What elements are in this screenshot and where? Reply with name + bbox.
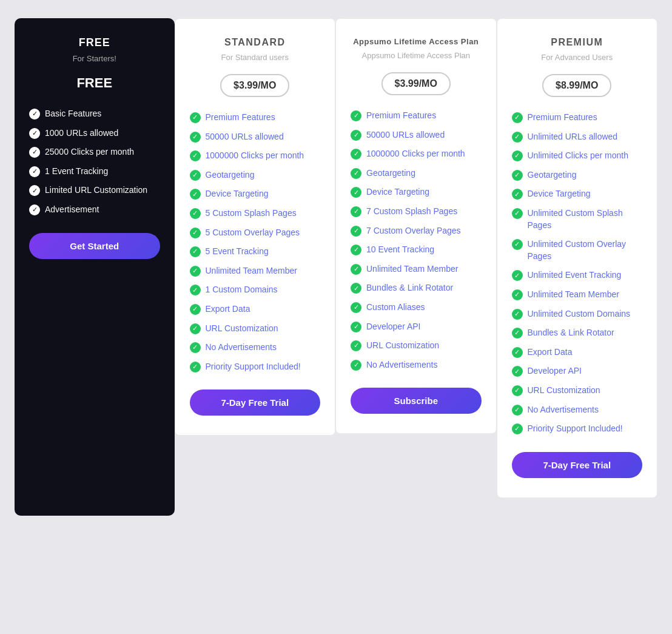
appsumo-price-badge: $3.99/MO — [381, 72, 451, 95]
feature-text: Geotargeting — [528, 169, 577, 181]
free-get-started-button[interactable]: Get Started — [29, 233, 160, 259]
premium-trial-button[interactable]: 7-Day Free Trial — [512, 452, 643, 478]
free-header: FREE For Starters! — [29, 36, 160, 63]
list-item: ✓ Advertisement — [29, 204, 160, 216]
check-icon: ✓ — [190, 228, 201, 238]
appsumo-plan-name: Appsumo Lifetime Access Plan — [351, 37, 482, 46]
list-item: ✓No Advertisements — [351, 359, 482, 371]
feature-text: Unlimited Team Member — [206, 265, 297, 277]
feature-text: Unlimited URLs allowed — [528, 131, 618, 143]
check-icon: ✓ — [29, 128, 40, 139]
list-item: ✓1000000 Clicks per month — [351, 148, 482, 160]
list-item: ✓Unlimited Custom Splash Pages — [512, 207, 643, 231]
list-item: ✓Bundles & Link Rotator — [351, 282, 482, 294]
feature-text: Premium Features — [206, 112, 275, 124]
list-item: ✓URL Customization — [190, 323, 321, 335]
list-item: ✓Unlimited Custom Overlay Pages — [512, 238, 643, 262]
feature-text: Premium Features — [528, 112, 597, 124]
premium-plan-name: PREMIUM — [512, 37, 643, 48]
feature-text: 7 Custom Splash Pages — [366, 206, 457, 218]
feature-text: 1 Custom Domains — [206, 284, 278, 296]
feature-text: 1000000 Clicks per month — [366, 148, 465, 160]
check-icon: ✓ — [512, 347, 523, 358]
feature-text: Device Targeting — [366, 186, 429, 198]
check-icon: ✓ — [190, 342, 201, 353]
check-icon: ✓ — [351, 149, 361, 160]
check-icon: ✓ — [512, 189, 523, 200]
feature-text: Developer API — [528, 365, 582, 377]
feature-text: URL Customization — [366, 340, 439, 352]
list-item: ✓5 Custom Splash Pages — [190, 207, 321, 220]
feature-text: Unlimited Team Member — [528, 289, 619, 301]
list-item: ✓Developer API — [512, 365, 643, 377]
check-icon: ✓ — [351, 226, 361, 237]
check-icon: ✓ — [351, 340, 361, 351]
free-plan-name: FREE — [29, 36, 160, 49]
feature-text: 1 Event Tracking — [45, 166, 108, 178]
feature-text: No Advertisements — [206, 342, 277, 354]
plan-card-free: FREE For Starters! FREE ✓ Basic Features… — [15, 18, 175, 516]
list-item: ✓ 25000 Clicks per month — [29, 146, 160, 158]
list-item: ✓Device Targeting — [512, 188, 643, 200]
check-icon: ✓ — [190, 112, 201, 123]
check-icon: ✓ — [512, 385, 523, 396]
check-icon: ✓ — [351, 302, 361, 313]
list-item: ✓No Advertisements — [512, 404, 643, 416]
check-icon: ✓ — [29, 166, 40, 177]
list-item: ✓7 Custom Overlay Pages — [351, 225, 482, 237]
check-icon: ✓ — [512, 270, 523, 281]
check-icon: ✓ — [351, 206, 361, 217]
list-item: ✓Unlimited Custom Domains — [512, 308, 643, 320]
feature-text: Advertisement — [45, 204, 99, 216]
feature-text: Unlimited Clicks per month — [528, 150, 629, 162]
appsumo-features-list: ✓Premium Features ✓50000 URLs allowed ✓1… — [351, 110, 482, 371]
list-item: ✓50000 URLs allowed — [351, 129, 482, 141]
check-icon: ✓ — [512, 112, 523, 123]
check-icon: ✓ — [351, 244, 361, 255]
list-item: ✓10 Event Tracking — [351, 244, 482, 256]
check-icon: ✓ — [190, 304, 201, 315]
premium-features-list: ✓Premium Features ✓Unlimited URLs allowe… — [512, 112, 643, 435]
appsumo-plan-subtitle: Appsumo Lifetime Access Plan — [351, 51, 482, 60]
check-icon: ✓ — [190, 132, 201, 143]
list-item: ✓ Basic Features — [29, 108, 160, 120]
feature-text: 5 Custom Splash Pages — [206, 207, 297, 220]
check-icon: ✓ — [190, 362, 201, 373]
appsumo-price: $3.99/MO — [395, 78, 437, 89]
feature-text: Geotargeting — [206, 169, 255, 181]
list-item: ✓Bundles & Link Rotator — [512, 327, 643, 339]
list-item: ✓Export Data — [190, 303, 321, 315]
standard-plan-name: STANDARD — [190, 37, 321, 48]
check-icon: ✓ — [512, 405, 523, 416]
premium-price: $8.99/MO — [556, 80, 598, 91]
check-icon: ✓ — [190, 208, 201, 219]
feature-text: Priority Support Included! — [528, 423, 623, 435]
feature-text: Export Data — [206, 303, 250, 315]
list-item: ✓No Advertisements — [190, 342, 321, 354]
list-item: ✓Unlimited Team Member — [351, 263, 482, 275]
standard-price: $3.99/MO — [234, 80, 276, 91]
feature-text: Developer API — [366, 321, 421, 333]
check-icon: ✓ — [351, 130, 361, 141]
check-icon: ✓ — [512, 309, 523, 320]
standard-plan-subtitle: For Standard users — [190, 53, 321, 62]
feature-text: Unlimited Custom Splash Pages — [528, 207, 643, 231]
check-icon: ✓ — [512, 132, 523, 143]
list-item: ✓5 Event Tracking — [190, 246, 321, 258]
feature-text: 50000 URLs allowed — [366, 129, 445, 141]
check-icon: ✓ — [351, 168, 361, 179]
feature-text: Limited URL Customization — [45, 184, 147, 197]
list-item: ✓50000 URLs allowed — [190, 131, 321, 143]
appsumo-subscribe-button[interactable]: Subscribe — [351, 388, 482, 414]
free-plan-price: FREE — [29, 75, 160, 91]
feature-text: Geotargeting — [366, 167, 415, 180]
list-item: ✓7 Custom Splash Pages — [351, 206, 482, 218]
feature-text: URL Customization — [528, 385, 600, 397]
check-icon: ✓ — [351, 110, 361, 121]
standard-trial-button[interactable]: 7-Day Free Trial — [190, 390, 321, 416]
premium-header: PREMIUM For Advanced Users $8.99/MO — [512, 37, 643, 97]
list-item: ✓URL Customization — [351, 340, 482, 352]
free-plan-subtitle: For Starters! — [29, 54, 160, 63]
list-item: ✓Geotargeting — [512, 169, 643, 181]
check-icon: ✓ — [190, 150, 201, 161]
